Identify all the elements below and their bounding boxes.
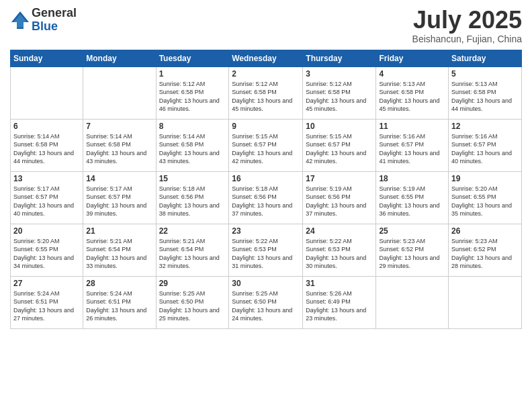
day-cell: 30Sunrise: 5:25 AM Sunset: 6:50 PM Dayli… bbox=[229, 276, 303, 328]
day-info: Sunrise: 5:13 AM Sunset: 6:58 PM Dayligh… bbox=[451, 80, 519, 113]
day-cell: 2Sunrise: 5:12 AM Sunset: 6:58 PM Daylig… bbox=[229, 66, 303, 119]
day-cell: 6Sunrise: 5:14 AM Sunset: 6:58 PM Daylig… bbox=[11, 119, 83, 171]
day-cell: 18Sunrise: 5:19 AM Sunset: 6:55 PM Dayli… bbox=[376, 171, 449, 224]
day-cell bbox=[83, 66, 156, 119]
day-cell: 22Sunrise: 5:21 AM Sunset: 6:54 PM Dayli… bbox=[156, 224, 229, 276]
day-cell: 3Sunrise: 5:12 AM Sunset: 6:58 PM Daylig… bbox=[303, 66, 376, 119]
day-number: 1 bbox=[159, 69, 226, 79]
location: Beishancun, Fujian, China bbox=[412, 34, 522, 44]
col-monday: Monday bbox=[83, 50, 156, 66]
day-info: Sunrise: 5:13 AM Sunset: 6:58 PM Dayligh… bbox=[379, 80, 445, 113]
logo-text: General Blue bbox=[32, 7, 77, 34]
day-number: 30 bbox=[232, 279, 300, 288]
day-number: 24 bbox=[306, 226, 373, 236]
day-number: 10 bbox=[306, 122, 373, 131]
week-row-3: 13Sunrise: 5:17 AM Sunset: 6:57 PM Dayli… bbox=[11, 171, 522, 224]
day-number: 12 bbox=[451, 122, 519, 131]
day-info: Sunrise: 5:19 AM Sunset: 6:56 PM Dayligh… bbox=[306, 185, 373, 218]
day-number: 23 bbox=[232, 226, 300, 236]
day-cell: 11Sunrise: 5:16 AM Sunset: 6:57 PM Dayli… bbox=[376, 119, 449, 171]
day-number: 9 bbox=[232, 122, 300, 131]
day-info: Sunrise: 5:26 AM Sunset: 6:49 PM Dayligh… bbox=[306, 289, 373, 323]
day-info: Sunrise: 5:24 AM Sunset: 6:51 PM Dayligh… bbox=[13, 289, 80, 323]
day-cell: 23Sunrise: 5:22 AM Sunset: 6:53 PM Dayli… bbox=[229, 224, 303, 276]
day-cell: 24Sunrise: 5:22 AM Sunset: 6:53 PM Dayli… bbox=[303, 224, 376, 276]
logo: General Blue bbox=[10, 7, 77, 34]
day-info: Sunrise: 5:22 AM Sunset: 6:53 PM Dayligh… bbox=[306, 237, 373, 271]
day-cell: 27Sunrise: 5:24 AM Sunset: 6:51 PM Dayli… bbox=[11, 276, 83, 328]
day-info: Sunrise: 5:16 AM Sunset: 6:57 PM Dayligh… bbox=[451, 132, 519, 166]
day-number: 20 bbox=[13, 226, 80, 236]
day-info: Sunrise: 5:24 AM Sunset: 6:51 PM Dayligh… bbox=[86, 289, 152, 323]
title-section: July 2025 Beishancun, Fujian, China bbox=[412, 7, 522, 44]
day-info: Sunrise: 5:21 AM Sunset: 6:54 PM Dayligh… bbox=[159, 237, 226, 271]
day-cell: 19Sunrise: 5:20 AM Sunset: 6:55 PM Dayli… bbox=[449, 171, 522, 224]
col-saturday: Saturday bbox=[449, 50, 522, 66]
day-info: Sunrise: 5:14 AM Sunset: 6:58 PM Dayligh… bbox=[86, 132, 152, 166]
day-number: 26 bbox=[451, 226, 519, 236]
day-number: 18 bbox=[379, 174, 445, 183]
day-cell: 12Sunrise: 5:16 AM Sunset: 6:57 PM Dayli… bbox=[449, 119, 522, 171]
day-info: Sunrise: 5:14 AM Sunset: 6:58 PM Dayligh… bbox=[159, 132, 226, 166]
week-row-1: 1Sunrise: 5:12 AM Sunset: 6:58 PM Daylig… bbox=[11, 66, 522, 119]
day-info: Sunrise: 5:20 AM Sunset: 6:55 PM Dayligh… bbox=[451, 185, 519, 218]
day-info: Sunrise: 5:19 AM Sunset: 6:55 PM Dayligh… bbox=[379, 185, 445, 218]
day-number: 13 bbox=[13, 174, 80, 183]
day-number: 14 bbox=[86, 174, 152, 183]
day-cell: 26Sunrise: 5:23 AM Sunset: 6:52 PM Dayli… bbox=[449, 224, 522, 276]
month-title: July 2025 bbox=[412, 7, 522, 34]
day-number: 5 bbox=[451, 69, 519, 79]
day-cell: 5Sunrise: 5:13 AM Sunset: 6:58 PM Daylig… bbox=[449, 66, 522, 119]
day-info: Sunrise: 5:17 AM Sunset: 6:57 PM Dayligh… bbox=[13, 185, 80, 218]
day-cell bbox=[376, 276, 449, 328]
calendar-table: Sunday Monday Tuesday Wednesday Thursday… bbox=[10, 50, 522, 329]
day-number: 25 bbox=[379, 226, 445, 236]
col-thursday: Thursday bbox=[303, 50, 376, 66]
day-info: Sunrise: 5:25 AM Sunset: 6:50 PM Dayligh… bbox=[232, 289, 300, 323]
day-info: Sunrise: 5:15 AM Sunset: 6:57 PM Dayligh… bbox=[232, 132, 300, 166]
day-info: Sunrise: 5:18 AM Sunset: 6:56 PM Dayligh… bbox=[232, 185, 300, 218]
day-number: 11 bbox=[379, 122, 445, 131]
day-cell bbox=[449, 276, 522, 328]
day-info: Sunrise: 5:12 AM Sunset: 6:58 PM Dayligh… bbox=[306, 80, 373, 113]
day-cell: 9Sunrise: 5:15 AM Sunset: 6:57 PM Daylig… bbox=[229, 119, 303, 171]
day-cell: 16Sunrise: 5:18 AM Sunset: 6:56 PM Dayli… bbox=[229, 171, 303, 224]
day-info: Sunrise: 5:14 AM Sunset: 6:58 PM Dayligh… bbox=[13, 132, 80, 166]
day-number: 2 bbox=[232, 69, 300, 79]
svg-marker-1 bbox=[13, 14, 27, 28]
day-info: Sunrise: 5:20 AM Sunset: 6:55 PM Dayligh… bbox=[13, 237, 80, 271]
day-info: Sunrise: 5:25 AM Sunset: 6:50 PM Dayligh… bbox=[159, 289, 226, 323]
week-row-2: 6Sunrise: 5:14 AM Sunset: 6:58 PM Daylig… bbox=[11, 119, 522, 171]
day-number: 22 bbox=[159, 226, 226, 236]
day-info: Sunrise: 5:16 AM Sunset: 6:57 PM Dayligh… bbox=[379, 132, 445, 166]
day-number: 28 bbox=[86, 279, 152, 288]
logo-blue-text: Blue bbox=[32, 20, 77, 34]
logo-general-text: General bbox=[32, 7, 77, 20]
day-cell: 7Sunrise: 5:14 AM Sunset: 6:58 PM Daylig… bbox=[83, 119, 156, 171]
day-cell: 14Sunrise: 5:17 AM Sunset: 6:57 PM Dayli… bbox=[83, 171, 156, 224]
day-info: Sunrise: 5:22 AM Sunset: 6:53 PM Dayligh… bbox=[232, 237, 300, 271]
day-number: 17 bbox=[306, 174, 373, 183]
day-cell: 4Sunrise: 5:13 AM Sunset: 6:58 PM Daylig… bbox=[376, 66, 449, 119]
day-cell: 10Sunrise: 5:15 AM Sunset: 6:57 PM Dayli… bbox=[303, 119, 376, 171]
day-number: 27 bbox=[13, 279, 80, 288]
col-tuesday: Tuesday bbox=[156, 50, 229, 66]
day-number: 15 bbox=[159, 174, 226, 183]
day-info: Sunrise: 5:21 AM Sunset: 6:54 PM Dayligh… bbox=[86, 237, 152, 271]
day-number: 4 bbox=[379, 69, 445, 79]
day-cell: 15Sunrise: 5:18 AM Sunset: 6:56 PM Dayli… bbox=[156, 171, 229, 224]
day-cell: 20Sunrise: 5:20 AM Sunset: 6:55 PM Dayli… bbox=[11, 224, 83, 276]
day-info: Sunrise: 5:15 AM Sunset: 6:57 PM Dayligh… bbox=[306, 132, 373, 166]
day-number: 21 bbox=[86, 226, 152, 236]
day-cell: 31Sunrise: 5:26 AM Sunset: 6:49 PM Dayli… bbox=[303, 276, 376, 328]
header-row: Sunday Monday Tuesday Wednesday Thursday… bbox=[11, 50, 522, 66]
day-number: 7 bbox=[86, 122, 152, 131]
week-row-4: 20Sunrise: 5:20 AM Sunset: 6:55 PM Dayli… bbox=[11, 224, 522, 276]
col-sunday: Sunday bbox=[11, 50, 83, 66]
day-cell: 13Sunrise: 5:17 AM Sunset: 6:57 PM Dayli… bbox=[11, 171, 83, 224]
day-number: 6 bbox=[13, 122, 80, 131]
day-cell: 8Sunrise: 5:14 AM Sunset: 6:58 PM Daylig… bbox=[156, 119, 229, 171]
day-info: Sunrise: 5:12 AM Sunset: 6:58 PM Dayligh… bbox=[159, 80, 226, 113]
col-wednesday: Wednesday bbox=[229, 50, 303, 66]
day-number: 3 bbox=[306, 69, 373, 79]
